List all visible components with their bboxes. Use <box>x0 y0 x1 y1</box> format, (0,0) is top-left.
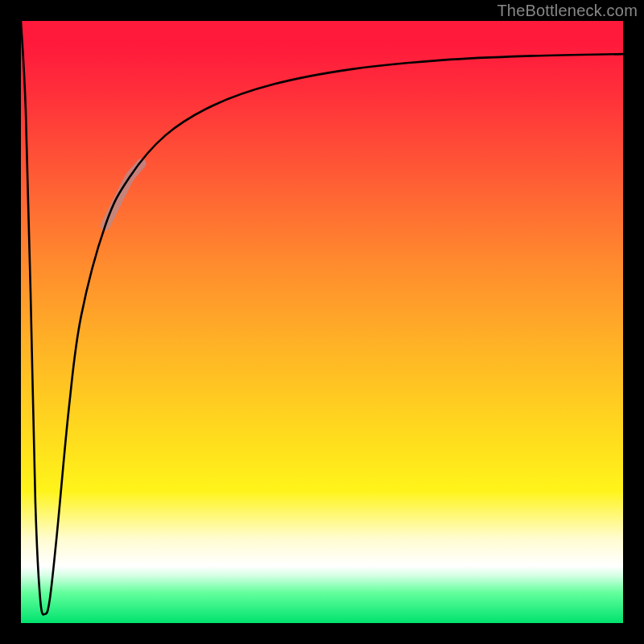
chart-frame <box>21 21 623 623</box>
bottleneck-curve-line <box>21 21 623 614</box>
chart-plot <box>21 21 623 623</box>
curve-highlight-segment <box>105 163 142 225</box>
watermark-text: TheBottleneck.com <box>497 2 638 20</box>
